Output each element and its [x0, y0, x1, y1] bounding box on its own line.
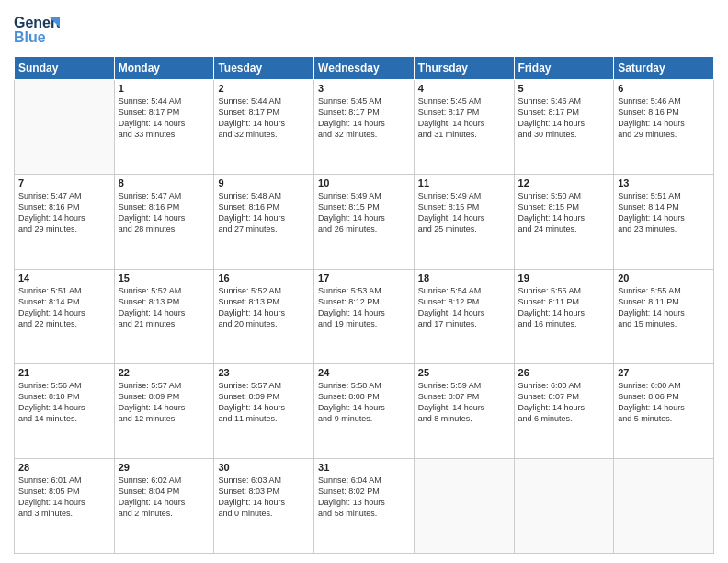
calendar-cell: 20Sunrise: 5:55 AM Sunset: 8:11 PM Dayli…	[614, 270, 714, 364]
day-content: Sunrise: 5:55 AM Sunset: 8:11 PM Dayligh…	[518, 285, 610, 330]
day-content: Sunrise: 5:45 AM Sunset: 8:17 PM Dayligh…	[418, 96, 510, 141]
day-number: 29	[119, 462, 210, 473]
weekday-header-monday: Monday	[114, 57, 214, 80]
day-content: Sunrise: 5:45 AM Sunset: 8:17 PM Dayligh…	[318, 96, 410, 141]
week-row-4: 21Sunrise: 5:56 AM Sunset: 8:10 PM Dayli…	[15, 364, 714, 459]
day-number: 21	[18, 367, 110, 378]
day-content: Sunrise: 5:49 AM Sunset: 8:15 PM Dayligh…	[418, 190, 510, 236]
day-content: Sunrise: 5:52 AM Sunset: 8:13 PM Dayligh…	[218, 285, 310, 330]
day-number: 18	[418, 272, 510, 283]
day-content: Sunrise: 5:51 AM Sunset: 8:14 PM Dayligh…	[618, 190, 710, 236]
day-content: Sunrise: 5:44 AM Sunset: 8:17 PM Dayligh…	[119, 96, 210, 141]
day-number: 15	[119, 272, 210, 283]
day-content: Sunrise: 5:55 AM Sunset: 8:11 PM Dayligh…	[618, 285, 710, 330]
header: General Blue	[14, 9, 714, 51]
calendar-cell: 8Sunrise: 5:47 AM Sunset: 8:16 PM Daylig…	[114, 175, 214, 270]
day-number: 25	[418, 367, 510, 378]
day-content: Sunrise: 5:46 AM Sunset: 8:16 PM Dayligh…	[618, 96, 710, 141]
day-number: 5	[518, 83, 610, 94]
calendar-cell: 25Sunrise: 5:59 AM Sunset: 8:07 PM Dayli…	[414, 364, 514, 459]
day-number: 8	[119, 178, 210, 189]
calendar-cell: 12Sunrise: 5:50 AM Sunset: 8:15 PM Dayli…	[514, 175, 614, 270]
day-number: 20	[618, 272, 710, 283]
day-content: Sunrise: 6:04 AM Sunset: 8:02 PM Dayligh…	[318, 475, 410, 520]
day-number: 30	[218, 462, 310, 473]
day-number: 1	[119, 83, 210, 94]
day-number: 28	[18, 462, 110, 473]
calendar-cell: 17Sunrise: 5:53 AM Sunset: 8:12 PM Dayli…	[314, 270, 415, 364]
day-content: Sunrise: 5:52 AM Sunset: 8:13 PM Dayligh…	[119, 285, 210, 330]
calendar-cell: 1Sunrise: 5:44 AM Sunset: 8:17 PM Daylig…	[114, 80, 214, 175]
calendar-cell: 10Sunrise: 5:49 AM Sunset: 8:15 PM Dayli…	[314, 175, 415, 270]
logo-icon: General Blue	[14, 9, 60, 51]
day-number: 19	[518, 272, 610, 283]
calendar-cell: 19Sunrise: 5:55 AM Sunset: 8:11 PM Dayli…	[514, 270, 614, 364]
calendar-cell: 22Sunrise: 5:57 AM Sunset: 8:09 PM Dayli…	[114, 364, 214, 459]
calendar-cell: 11Sunrise: 5:49 AM Sunset: 8:15 PM Dayli…	[414, 175, 514, 270]
calendar-cell: 31Sunrise: 6:04 AM Sunset: 8:02 PM Dayli…	[314, 459, 415, 554]
day-content: Sunrise: 5:53 AM Sunset: 8:12 PM Dayligh…	[318, 285, 410, 330]
day-content: Sunrise: 6:00 AM Sunset: 8:07 PM Dayligh…	[518, 380, 610, 425]
week-row-1: 1Sunrise: 5:44 AM Sunset: 8:17 PM Daylig…	[15, 80, 714, 175]
day-number: 2	[218, 83, 310, 94]
weekday-header-row: SundayMondayTuesdayWednesdayThursdayFrid…	[15, 57, 714, 80]
day-number: 4	[418, 83, 510, 94]
day-number: 13	[618, 178, 710, 189]
calendar-cell: 26Sunrise: 6:00 AM Sunset: 8:07 PM Dayli…	[514, 364, 614, 459]
calendar-cell	[614, 459, 714, 554]
calendar-cell: 4Sunrise: 5:45 AM Sunset: 8:17 PM Daylig…	[414, 80, 514, 175]
calendar-cell: 23Sunrise: 5:57 AM Sunset: 8:09 PM Dayli…	[214, 364, 314, 459]
day-content: Sunrise: 5:47 AM Sunset: 8:16 PM Dayligh…	[119, 190, 210, 236]
day-content: Sunrise: 5:50 AM Sunset: 8:15 PM Dayligh…	[518, 190, 610, 236]
day-number: 6	[618, 83, 710, 94]
day-number: 7	[18, 178, 110, 189]
day-number: 22	[119, 367, 210, 378]
week-row-3: 14Sunrise: 5:51 AM Sunset: 8:14 PM Dayli…	[15, 270, 714, 364]
calendar-cell	[414, 459, 514, 554]
week-row-5: 28Sunrise: 6:01 AM Sunset: 8:05 PM Dayli…	[15, 459, 714, 554]
day-number: 17	[318, 272, 410, 283]
day-content: Sunrise: 5:48 AM Sunset: 8:16 PM Dayligh…	[218, 190, 310, 236]
calendar-cell: 2Sunrise: 5:44 AM Sunset: 8:17 PM Daylig…	[214, 80, 314, 175]
day-content: Sunrise: 5:57 AM Sunset: 8:09 PM Dayligh…	[119, 380, 210, 425]
day-content: Sunrise: 5:56 AM Sunset: 8:10 PM Dayligh…	[18, 380, 110, 425]
day-number: 3	[318, 83, 410, 94]
calendar-cell: 6Sunrise: 5:46 AM Sunset: 8:16 PM Daylig…	[614, 80, 714, 175]
day-content: Sunrise: 5:44 AM Sunset: 8:17 PM Dayligh…	[218, 96, 310, 141]
week-row-2: 7Sunrise: 5:47 AM Sunset: 8:16 PM Daylig…	[15, 175, 714, 270]
weekday-header-friday: Friday	[514, 57, 614, 80]
day-content: Sunrise: 5:57 AM Sunset: 8:09 PM Dayligh…	[218, 380, 310, 425]
day-content: Sunrise: 5:46 AM Sunset: 8:17 PM Dayligh…	[518, 96, 610, 141]
calendar-cell: 30Sunrise: 6:03 AM Sunset: 8:03 PM Dayli…	[214, 459, 314, 554]
day-number: 12	[518, 178, 610, 189]
weekday-header-tuesday: Tuesday	[214, 57, 314, 80]
calendar-cell: 27Sunrise: 6:00 AM Sunset: 8:06 PM Dayli…	[614, 364, 714, 459]
day-content: Sunrise: 6:02 AM Sunset: 8:04 PM Dayligh…	[119, 475, 210, 520]
weekday-header-sunday: Sunday	[15, 57, 115, 80]
day-number: 23	[218, 367, 310, 378]
calendar-cell: 9Sunrise: 5:48 AM Sunset: 8:16 PM Daylig…	[214, 175, 314, 270]
logo: General Blue	[14, 9, 63, 51]
day-number: 27	[618, 367, 710, 378]
calendar-cell: 16Sunrise: 5:52 AM Sunset: 8:13 PM Dayli…	[214, 270, 314, 364]
day-number: 16	[218, 272, 310, 283]
weekday-header-saturday: Saturday	[614, 57, 714, 80]
day-content: Sunrise: 6:00 AM Sunset: 8:06 PM Dayligh…	[618, 380, 710, 425]
calendar-cell: 7Sunrise: 5:47 AM Sunset: 8:16 PM Daylig…	[15, 175, 115, 270]
day-number: 14	[18, 272, 110, 283]
weekday-header-thursday: Thursday	[414, 57, 514, 80]
day-number: 26	[518, 367, 610, 378]
calendar-cell: 29Sunrise: 6:02 AM Sunset: 8:04 PM Dayli…	[114, 459, 214, 554]
day-content: Sunrise: 5:47 AM Sunset: 8:16 PM Dayligh…	[18, 190, 110, 236]
day-number: 10	[318, 178, 410, 189]
day-content: Sunrise: 6:01 AM Sunset: 8:05 PM Dayligh…	[18, 475, 110, 520]
calendar-cell: 28Sunrise: 6:01 AM Sunset: 8:05 PM Dayli…	[15, 459, 115, 554]
day-content: Sunrise: 5:58 AM Sunset: 8:08 PM Dayligh…	[318, 380, 410, 425]
day-content: Sunrise: 5:59 AM Sunset: 8:07 PM Dayligh…	[418, 380, 510, 425]
calendar: SundayMondayTuesdayWednesdayThursdayFrid…	[14, 56, 714, 554]
calendar-cell	[15, 80, 115, 175]
calendar-cell: 13Sunrise: 5:51 AM Sunset: 8:14 PM Dayli…	[614, 175, 714, 270]
day-content: Sunrise: 5:49 AM Sunset: 8:15 PM Dayligh…	[318, 190, 410, 236]
calendar-cell: 24Sunrise: 5:58 AM Sunset: 8:08 PM Dayli…	[314, 364, 415, 459]
calendar-cell: 18Sunrise: 5:54 AM Sunset: 8:12 PM Dayli…	[414, 270, 514, 364]
